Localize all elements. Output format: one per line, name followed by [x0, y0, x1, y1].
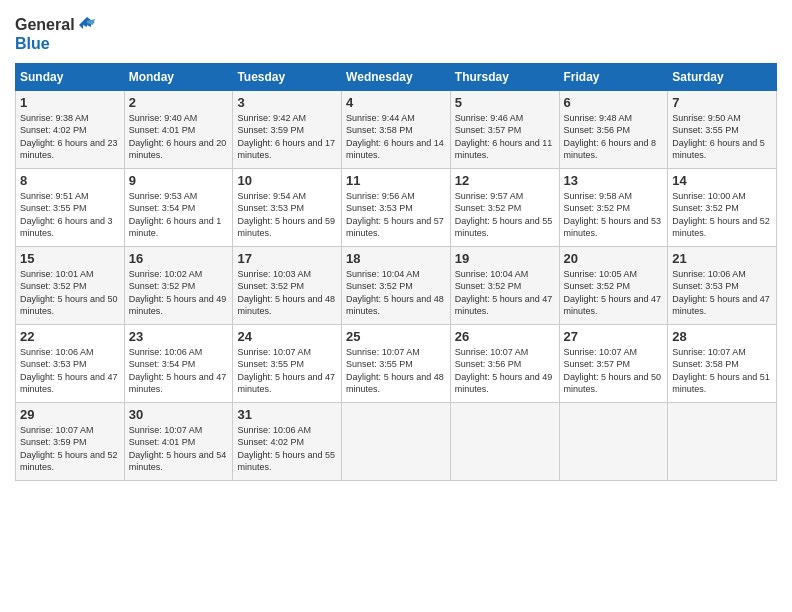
logo-bird-icon [77, 15, 97, 35]
calendar-cell: 3Sunrise: 9:42 AMSunset: 3:59 PMDaylight… [233, 90, 342, 168]
day-info: Sunrise: 9:44 AMSunset: 3:58 PMDaylight:… [346, 113, 444, 161]
day-number: 8 [20, 173, 120, 188]
calendar-cell: 26Sunrise: 10:07 AMSunset: 3:56 PMDaylig… [450, 324, 559, 402]
calendar-cell: 16Sunrise: 10:02 AMSunset: 3:52 PMDaylig… [124, 246, 233, 324]
calendar-cell [559, 402, 668, 480]
day-info: Sunrise: 10:07 AMSunset: 3:59 PMDaylight… [20, 425, 118, 473]
calendar-cell: 14Sunrise: 10:00 AMSunset: 3:52 PMDaylig… [668, 168, 777, 246]
day-info: Sunrise: 9:42 AMSunset: 3:59 PMDaylight:… [237, 113, 335, 161]
day-number: 9 [129, 173, 229, 188]
day-number: 4 [346, 95, 446, 110]
logo: General Blue [15, 15, 97, 53]
calendar-cell: 25Sunrise: 10:07 AMSunset: 3:55 PMDaylig… [342, 324, 451, 402]
calendar-row-4: 29Sunrise: 10:07 AMSunset: 3:59 PMDaylig… [16, 402, 777, 480]
day-info: Sunrise: 10:07 AMSunset: 3:58 PMDaylight… [672, 347, 770, 395]
calendar-cell: 10Sunrise: 9:54 AMSunset: 3:53 PMDayligh… [233, 168, 342, 246]
calendar-cell: 5Sunrise: 9:46 AMSunset: 3:57 PMDaylight… [450, 90, 559, 168]
calendar-cell: 13Sunrise: 9:58 AMSunset: 3:52 PMDayligh… [559, 168, 668, 246]
calendar-cell: 29Sunrise: 10:07 AMSunset: 3:59 PMDaylig… [16, 402, 125, 480]
calendar-cell [450, 402, 559, 480]
day-number: 30 [129, 407, 229, 422]
calendar-cell: 6Sunrise: 9:48 AMSunset: 3:56 PMDaylight… [559, 90, 668, 168]
day-number: 10 [237, 173, 337, 188]
day-number: 3 [237, 95, 337, 110]
day-info: Sunrise: 10:06 AMSunset: 3:53 PMDaylight… [20, 347, 118, 395]
day-info: Sunrise: 9:57 AMSunset: 3:52 PMDaylight:… [455, 191, 553, 239]
calendar-cell: 22Sunrise: 10:06 AMSunset: 3:53 PMDaylig… [16, 324, 125, 402]
day-number: 11 [346, 173, 446, 188]
day-number: 16 [129, 251, 229, 266]
day-number: 18 [346, 251, 446, 266]
calendar-cell: 8Sunrise: 9:51 AMSunset: 3:55 PMDaylight… [16, 168, 125, 246]
header-row: SundayMondayTuesdayWednesdayThursdayFrid… [16, 63, 777, 90]
calendar-cell: 11Sunrise: 9:56 AMSunset: 3:53 PMDayligh… [342, 168, 451, 246]
day-info: Sunrise: 10:04 AMSunset: 3:52 PMDaylight… [455, 269, 553, 317]
calendar-cell [668, 402, 777, 480]
day-info: Sunrise: 9:50 AMSunset: 3:55 PMDaylight:… [672, 113, 765, 161]
calendar-row-0: 1Sunrise: 9:38 AMSunset: 4:02 PMDaylight… [16, 90, 777, 168]
page-container: General Blue SundayMondayTuesdayWednesda… [0, 0, 792, 491]
header: General Blue [15, 15, 777, 53]
day-info: Sunrise: 10:04 AMSunset: 3:52 PMDaylight… [346, 269, 444, 317]
day-number: 25 [346, 329, 446, 344]
day-info: Sunrise: 10:06 AMSunset: 3:53 PMDaylight… [672, 269, 770, 317]
day-info: Sunrise: 10:07 AMSunset: 3:57 PMDaylight… [564, 347, 662, 395]
day-info: Sunrise: 10:02 AMSunset: 3:52 PMDaylight… [129, 269, 227, 317]
day-number: 2 [129, 95, 229, 110]
day-number: 19 [455, 251, 555, 266]
calendar-cell: 12Sunrise: 9:57 AMSunset: 3:52 PMDayligh… [450, 168, 559, 246]
day-info: Sunrise: 9:54 AMSunset: 3:53 PMDaylight:… [237, 191, 335, 239]
header-cell-monday: Monday [124, 63, 233, 90]
calendar-cell: 21Sunrise: 10:06 AMSunset: 3:53 PMDaylig… [668, 246, 777, 324]
calendar-cell: 19Sunrise: 10:04 AMSunset: 3:52 PMDaylig… [450, 246, 559, 324]
day-number: 24 [237, 329, 337, 344]
day-info: Sunrise: 9:56 AMSunset: 3:53 PMDaylight:… [346, 191, 444, 239]
calendar-cell [342, 402, 451, 480]
calendar-cell: 2Sunrise: 9:40 AMSunset: 4:01 PMDaylight… [124, 90, 233, 168]
day-number: 22 [20, 329, 120, 344]
calendar-row-2: 15Sunrise: 10:01 AMSunset: 3:52 PMDaylig… [16, 246, 777, 324]
day-info: Sunrise: 10:07 AMSunset: 3:55 PMDaylight… [346, 347, 444, 395]
calendar-cell: 20Sunrise: 10:05 AMSunset: 3:52 PMDaylig… [559, 246, 668, 324]
day-number: 27 [564, 329, 664, 344]
day-info: Sunrise: 9:46 AMSunset: 3:57 PMDaylight:… [455, 113, 553, 161]
day-info: Sunrise: 9:58 AMSunset: 3:52 PMDaylight:… [564, 191, 662, 239]
day-info: Sunrise: 10:07 AMSunset: 3:56 PMDaylight… [455, 347, 553, 395]
logo-blue: Blue [15, 35, 97, 53]
day-number: 5 [455, 95, 555, 110]
calendar-cell: 23Sunrise: 10:06 AMSunset: 3:54 PMDaylig… [124, 324, 233, 402]
day-info: Sunrise: 9:38 AMSunset: 4:02 PMDaylight:… [20, 113, 118, 161]
day-info: Sunrise: 9:40 AMSunset: 4:01 PMDaylight:… [129, 113, 227, 161]
day-number: 23 [129, 329, 229, 344]
calendar-cell: 28Sunrise: 10:07 AMSunset: 3:58 PMDaylig… [668, 324, 777, 402]
day-number: 15 [20, 251, 120, 266]
calendar-table: SundayMondayTuesdayWednesdayThursdayFrid… [15, 63, 777, 481]
header-cell-tuesday: Tuesday [233, 63, 342, 90]
day-info: Sunrise: 9:53 AMSunset: 3:54 PMDaylight:… [129, 191, 222, 239]
day-number: 17 [237, 251, 337, 266]
day-number: 29 [20, 407, 120, 422]
day-info: Sunrise: 9:51 AMSunset: 3:55 PMDaylight:… [20, 191, 113, 239]
day-info: Sunrise: 10:06 AMSunset: 3:54 PMDaylight… [129, 347, 227, 395]
day-info: Sunrise: 10:06 AMSunset: 4:02 PMDaylight… [237, 425, 335, 473]
header-cell-wednesday: Wednesday [342, 63, 451, 90]
header-cell-friday: Friday [559, 63, 668, 90]
logo-general: General [15, 16, 75, 34]
header-cell-sunday: Sunday [16, 63, 125, 90]
day-number: 6 [564, 95, 664, 110]
calendar-row-3: 22Sunrise: 10:06 AMSunset: 3:53 PMDaylig… [16, 324, 777, 402]
calendar-row-1: 8Sunrise: 9:51 AMSunset: 3:55 PMDaylight… [16, 168, 777, 246]
day-number: 31 [237, 407, 337, 422]
logo-text: General Blue [15, 15, 97, 53]
calendar-cell: 7Sunrise: 9:50 AMSunset: 3:55 PMDaylight… [668, 90, 777, 168]
day-info: Sunrise: 9:48 AMSunset: 3:56 PMDaylight:… [564, 113, 657, 161]
day-info: Sunrise: 10:07 AMSunset: 3:55 PMDaylight… [237, 347, 335, 395]
day-info: Sunrise: 10:03 AMSunset: 3:52 PMDaylight… [237, 269, 335, 317]
calendar-cell: 31Sunrise: 10:06 AMSunset: 4:02 PMDaylig… [233, 402, 342, 480]
day-number: 12 [455, 173, 555, 188]
day-info: Sunrise: 10:07 AMSunset: 4:01 PMDaylight… [129, 425, 227, 473]
day-number: 14 [672, 173, 772, 188]
day-number: 20 [564, 251, 664, 266]
calendar-cell: 30Sunrise: 10:07 AMSunset: 4:01 PMDaylig… [124, 402, 233, 480]
calendar-cell: 27Sunrise: 10:07 AMSunset: 3:57 PMDaylig… [559, 324, 668, 402]
